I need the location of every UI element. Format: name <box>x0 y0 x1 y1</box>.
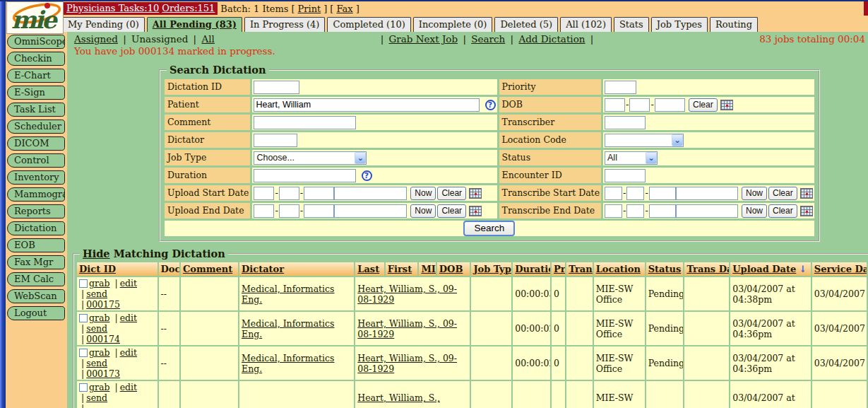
upload-start-now-button[interactable]: Now <box>410 187 436 200</box>
edit-link[interactable]: edit <box>120 347 137 358</box>
upload-end-month-input[interactable] <box>254 204 274 218</box>
grab-link[interactable]: grab <box>89 347 109 358</box>
physicians-tasks-link[interactable]: Physicians Tasks:10 <box>66 3 159 13</box>
sidebar-item-webscan[interactable]: WebScan <box>7 289 65 303</box>
sidebar-item-scheduler[interactable]: Scheduler <box>7 120 65 134</box>
upload-start-year-input[interactable] <box>304 187 334 200</box>
hide-results-link[interactable]: Hide <box>83 247 110 260</box>
col-dob[interactable]: DOB <box>437 262 470 276</box>
transcribe-end-day-input[interactable] <box>626 204 644 218</box>
upload-start-time-input[interactable] <box>334 187 407 200</box>
print-link[interactable]: Print <box>298 4 321 14</box>
col-trans-date[interactable]: Trans Date <box>684 262 729 276</box>
col-mi[interactable]: MI <box>419 262 435 276</box>
grab-link[interactable]: grab <box>89 278 109 288</box>
status-select[interactable]: All ⌄ <box>605 151 658 165</box>
dob-year-input[interactable] <box>655 98 685 112</box>
dictator-link[interactable]: Medical, Informatics Eng. <box>242 353 334 374</box>
patient-name-link[interactable]: Heart, William, S., 09-08-1929 <box>357 318 457 339</box>
priority-input[interactable] <box>605 81 636 94</box>
col-trans[interactable]: Trans <box>566 262 593 276</box>
dob-day-input[interactable] <box>629 98 650 112</box>
sidebar-item-mammogra[interactable]: Mammogra <box>7 187 65 202</box>
grab-next-job-link[interactable]: Grab Next Job <box>389 33 458 45</box>
tab-completed-10[interactable]: Completed (10) <box>327 17 410 32</box>
grab-link[interactable]: grab <box>89 313 109 323</box>
grab-link[interactable]: grab <box>89 382 109 392</box>
comment-input[interactable] <box>254 116 356 129</box>
job-type-select[interactable]: Choose... ⌄ <box>254 151 367 165</box>
upload-end-now-button[interactable]: Now <box>410 204 436 218</box>
col-dict-id[interactable]: Dict ID <box>77 262 157 276</box>
row-checkbox[interactable] <box>79 349 88 357</box>
edit-link[interactable]: edit <box>120 278 137 288</box>
dictator-input[interactable] <box>254 134 297 147</box>
col-location[interactable]: Location <box>594 262 645 276</box>
edit-link[interactable]: edit <box>120 382 137 392</box>
all-link[interactable]: All <box>201 33 214 45</box>
dictator-link[interactable]: Medical, Informatics Eng. <box>242 284 334 305</box>
transcribe-end-now-button[interactable]: Now <box>742 204 767 218</box>
col-pri[interactable]: Pri <box>552 262 565 276</box>
sidebar-item-fax-mgr[interactable]: Fax Mgr <box>7 255 65 269</box>
transcribe-end-calendar-icon[interactable] <box>800 206 813 216</box>
col-status[interactable]: Status <box>646 262 684 276</box>
transcribe-start-day-input[interactable] <box>626 187 644 200</box>
dict-id-link[interactable]: 000175 <box>86 299 120 310</box>
tab-in-progress-4[interactable]: In Progress (4) <box>244 17 326 32</box>
col-first[interactable]: First <box>386 262 418 276</box>
col-comment[interactable]: Comment <box>181 262 238 276</box>
dictator-link[interactable]: Medical, Informatics Eng. <box>242 318 334 339</box>
sidebar-item-dictation[interactable]: Dictation <box>7 221 65 235</box>
tab-routing[interactable]: Routing <box>710 17 758 32</box>
search-link[interactable]: Search <box>471 33 505 45</box>
fax-link[interactable]: Fax <box>336 4 352 14</box>
transcribe-end-time-input[interactable] <box>676 204 738 218</box>
sidebar-item-e-sign[interactable]: E-Sign <box>7 86 65 100</box>
duration-help-icon[interactable]: ? <box>362 170 372 181</box>
upload-end-time-input[interactable] <box>334 204 407 218</box>
patient-name-link[interactable]: Heart, William, S., 09-08-1929 <box>357 284 457 305</box>
tab-all-102[interactable]: All (102) <box>560 17 612 32</box>
send-link[interactable]: send <box>86 392 107 403</box>
assigned-link[interactable]: Assigned <box>74 33 118 45</box>
tab-incomplete-0[interactable]: Incomplete (0) <box>413 17 493 32</box>
upload-end-calendar-icon[interactable] <box>469 206 482 216</box>
transcribe-end-clear-button[interactable]: Clear <box>768 204 797 218</box>
send-link[interactable]: send <box>86 323 107 334</box>
sidebar-item-em-calc[interactable]: EM Calc <box>7 272 65 286</box>
col-dictator[interactable]: Dictator <box>239 262 354 276</box>
tab-my-pending-0[interactable]: My Pending (0) <box>62 17 145 32</box>
patient-name-link[interactable]: Heart, William, S., <box>357 392 440 403</box>
tab-job-types[interactable]: Job Types <box>651 17 708 32</box>
dict-id-link[interactable]: 000174 <box>86 334 120 344</box>
edit-link[interactable]: edit <box>120 313 137 323</box>
add-dictation-link[interactable]: Add Dictation <box>518 33 585 45</box>
location-code-select[interactable]: ⌄ <box>605 134 684 147</box>
send-link[interactable]: send <box>86 358 107 368</box>
upload-end-year-input[interactable] <box>304 204 334 218</box>
transcribe-end-month-input[interactable] <box>605 204 622 218</box>
dob-calendar-icon[interactable] <box>720 100 733 110</box>
sidebar-item-dicom[interactable]: DICOM <box>7 136 65 151</box>
encounter-id-input[interactable] <box>605 169 646 182</box>
tab-all-pending-83[interactable]: All Pending (83) <box>147 17 242 32</box>
sidebar-item-eob[interactable]: EOB <box>7 238 65 252</box>
sidebar-item-e-chart[interactable]: E-Chart <box>7 69 65 83</box>
col-last[interactable]: Last <box>355 262 384 276</box>
sidebar-item-omniscope[interactable]: OmniScope <box>7 35 65 49</box>
transcribe-start-clear-button[interactable]: Clear <box>768 187 797 200</box>
upload-end-day-input[interactable] <box>279 204 299 218</box>
patient-input[interactable] <box>254 98 480 112</box>
transcribe-start-now-button[interactable]: Now <box>742 187 767 200</box>
transcriber-input[interactable] <box>605 116 646 129</box>
upload-start-calendar-icon[interactable] <box>469 188 482 199</box>
upload-start-month-input[interactable] <box>254 187 274 200</box>
upload-end-clear-button[interactable]: Clear <box>437 204 466 218</box>
row-checkbox[interactable] <box>79 314 88 322</box>
unassigned-current[interactable]: Unassigned <box>131 33 188 45</box>
transcribe-start-year-input[interactable] <box>649 187 676 200</box>
dictation-id-input[interactable] <box>254 81 299 94</box>
transcribe-start-month-input[interactable] <box>605 187 622 200</box>
search-button[interactable]: Search <box>463 221 515 236</box>
